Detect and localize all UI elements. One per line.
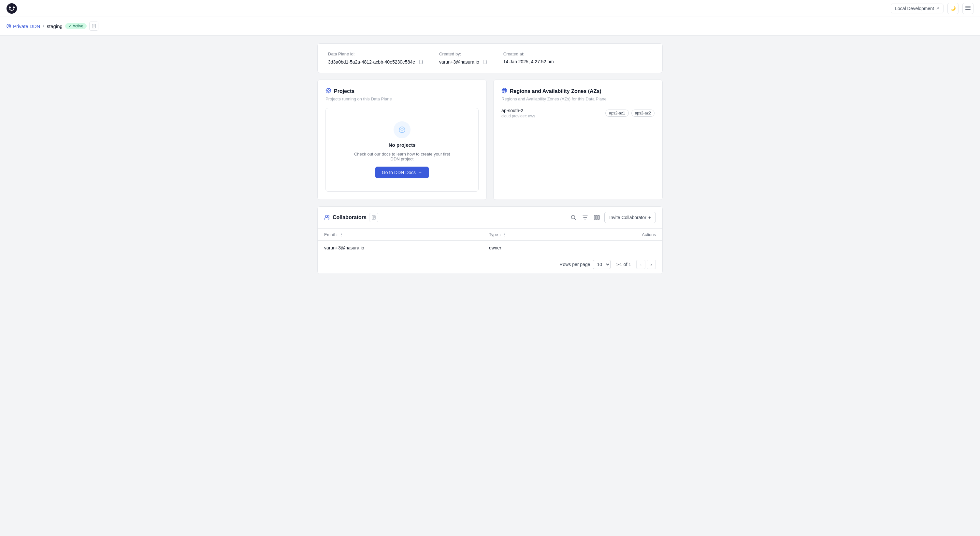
empty-state-title: No projects [389,142,416,148]
projects-card-title: Projects [334,88,355,94]
hamburger-icon [965,5,970,11]
regions-card-title: Regions and Availability Zones (AZs) [510,88,601,94]
pagination: Rows per page 10 25 50 1-1 of 1 ‹ › [318,255,662,274]
filter-button[interactable] [581,213,589,222]
external-link-icon: ↗ [936,6,939,11]
created-by-card: Created by: varun+3@hasura.io [439,51,488,65]
empty-state-desc: Check out our docs to learn how to creat… [353,152,451,161]
book-icon [371,215,376,220]
az-tag-2: aps2-az2 [632,110,654,117]
svg-point-7 [8,26,10,27]
main-content: Data Plane id: 3d3a0bd1-5a2a-4812-acbb-4… [311,35,669,282]
arrow-right-icon: → [418,170,422,175]
breadcrumb: Private DDN / staging Active [0,17,980,35]
region-provider: cloud provider: aws [501,114,535,118]
private-ddn-icon [6,24,11,29]
svg-point-31 [326,215,328,217]
moon-icon: 🌙 [950,6,956,11]
collaborators-table: Email ↕ ⋮ Type ↕ ⋮ Actions [318,228,662,255]
go-to-ddn-docs-button[interactable]: Go to DDN Docs → [375,167,429,178]
theme-toggle-button[interactable]: 🌙 [947,3,958,14]
prev-page-button[interactable]: ‹ [636,260,645,269]
sort-icon-type: ↕ [500,233,501,236]
created-by-value: varun+3@hasura.io [439,59,479,65]
columns-button[interactable] [593,213,601,222]
app-logo [6,3,17,14]
plus-icon: + [648,215,651,220]
rows-per-page: Rows per page 10 25 50 [559,260,610,269]
info-cards-row: Data Plane id: 3d3a0bd1-5a2a-4812-acbb-4… [317,43,663,73]
page-navigation: ‹ › [636,260,656,269]
header-left [6,3,17,14]
svg-rect-43 [596,215,598,219]
svg-point-21 [401,129,403,131]
projects-card: Projects Projects running on this Data P… [317,80,487,200]
svg-point-32 [328,215,329,217]
svg-rect-12 [420,61,423,64]
actions-col-label: Actions [642,232,656,237]
type-col-more[interactable]: ⋮ [503,232,507,237]
invite-btn-label: Invite Collaborator [609,215,646,220]
columns-icon [594,215,600,220]
collaborator-type: owner [482,241,579,255]
local-dev-button[interactable]: Local Development ↗ [891,3,943,13]
page-info: 1-1 of 1 [616,262,631,267]
docs-btn-label: Go to DDN Docs [382,170,416,175]
regions-card: Regions and Availability Zones (AZs) Reg… [493,80,663,200]
breadcrumb-separator: / [43,24,44,29]
next-page-button[interactable]: › [647,260,656,269]
region-info: ap-south-2 cloud provider: aws [501,108,535,118]
table-header-row: Email ↕ ⋮ Type ↕ ⋮ Actions [318,228,662,241]
svg-rect-44 [598,215,600,219]
svg-rect-4 [965,8,970,8]
filter-icon [582,215,588,220]
created-at-label: Created at: [503,51,554,56]
sort-icon: ↕ [336,233,338,236]
copy-created-by-button[interactable] [482,59,488,65]
collaborators-header-left: Collaborators [324,213,378,222]
globe-icon [501,88,507,94]
svg-rect-13 [484,61,487,64]
copy-data-plane-id-button[interactable] [418,59,423,65]
breadcrumb-parent-link[interactable]: Private DDN [6,24,40,29]
regions-card-subtitle: Regions and Availability Zones (AZs) for… [501,97,654,101]
menu-button[interactable] [963,3,974,14]
table-row: varun+3@hasura.io owner [318,241,662,255]
active-badge: Active [65,23,87,29]
projects-icon [326,88,331,94]
table-header: Email ↕ ⋮ Type ↕ ⋮ Actions [318,228,662,241]
copy-icon [482,60,487,64]
header: Local Development ↗ 🌙 [0,0,980,17]
search-button[interactable] [569,213,578,222]
actions-column-header: Actions [579,228,662,241]
type-column-header: Type ↕ ⋮ [482,228,579,241]
data-plane-id-card: Data Plane id: 3d3a0bd1-5a2a-4812-acbb-4… [328,51,423,65]
created-at-value: 14 Jan 2025, 4:27:52 pm [503,59,554,64]
type-col-label: Type [489,232,498,237]
header-right: Local Development ↗ 🌙 [891,3,974,14]
svg-rect-42 [594,215,595,219]
collaborators-icon [324,214,330,221]
rows-per-page-select[interactable]: 10 25 50 [593,260,611,269]
empty-state-icon [394,121,410,138]
created-by-value-row: varun+3@hasura.io [439,59,488,65]
regions-card-header: Regions and Availability Zones (AZs) [501,88,654,94]
created-by-label: Created by: [439,51,488,56]
two-column-section: Projects Projects running on this Data P… [317,80,663,200]
email-col-more[interactable]: ⋮ [339,232,344,237]
collaborators-title: Collaborators [332,215,366,220]
data-plane-id-value: 3d3a0bd1-5a2a-4812-acbb-40e5230e584e [328,59,415,65]
breadcrumb-doc-button[interactable] [89,22,99,31]
svg-point-6 [7,24,11,28]
data-plane-id-label: Data Plane id: [328,51,423,56]
svg-rect-3 [965,6,970,6]
collaborators-doc-button[interactable] [369,213,378,222]
copy-icon [418,60,423,64]
collaborator-email: varun+3@hasura.io [318,241,482,255]
invite-collaborator-button[interactable]: Invite Collaborator + [605,212,656,223]
collaborators-section: Collaborators [317,206,663,274]
book-icon [92,24,96,29]
breadcrumb-parent-label: Private DDN [13,24,40,29]
svg-rect-5 [965,9,970,10]
collaborator-actions [579,241,662,255]
